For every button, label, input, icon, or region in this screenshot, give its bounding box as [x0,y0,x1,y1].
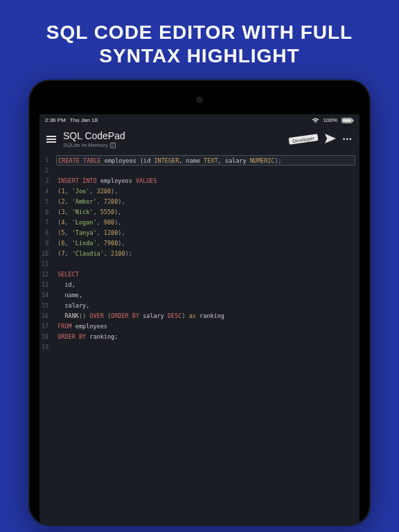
code-line[interactable]: (4, 'Logan', 900), [57,218,360,228]
code-line[interactable]: (2, 'Amber', 7200), [57,197,360,207]
tablet-frame: 2:36 PM Thu Jan 18 100% SQL CodePad S [30,81,369,524]
app-header: SQL CodePad SQLite In-Memory ⎘ Developer… [39,126,360,154]
svg-rect-2 [353,119,353,121]
code-line[interactable]: (5, 'Tanya', 1200), [57,228,360,238]
code-line[interactable]: salary, [57,301,360,311]
line-number: 12 [42,269,48,280]
code-line[interactable]: CREATE TABLE employees (id INTEGER, name… [56,155,355,166]
camera-dot [196,96,203,103]
app-title: SQL CodePad [63,130,282,141]
status-time: 2:36 PM [45,117,66,123]
battery-percent: 100% [323,117,337,123]
status-left: 2:36 PM Thu Jan 18 [45,117,98,123]
line-number: 7 [42,218,48,228]
line-number: 5 [42,197,48,207]
code-line[interactable]: (3, 'Nick', 5550), [57,207,360,218]
run-icon[interactable] [325,134,336,145]
line-number: 10 [42,249,48,259]
line-number: 11 [42,259,48,269]
line-number: 17 [42,321,48,332]
code-line[interactable]: id, [57,280,360,290]
code-line[interactable]: SELECT [57,269,360,280]
line-number: 9 [42,238,48,249]
subtitle-text: SQLite In-Memory [63,142,108,148]
line-number: 3 [42,176,48,186]
menu-icon[interactable] [46,136,56,143]
line-number: 15 [42,301,48,311]
code-line[interactable]: (7, 'Claudia', 2100); [57,249,360,259]
line-number: 1 [42,155,48,166]
developer-badge: Developer [289,134,319,145]
status-right: 100% [312,117,354,123]
more-icon[interactable]: ••• [343,136,353,143]
status-date: Thu Jan 18 [70,117,98,123]
line-gutter: 12345678910111213141516171819 [39,155,53,353]
svg-rect-1 [343,118,352,122]
code-line[interactable] [57,259,360,269]
line-number: 6 [42,207,48,218]
app-subtitle: SQLite In-Memory ⎘ [63,142,282,148]
line-number: 16 [42,311,48,321]
line-number: 8 [42,228,48,238]
db-icon: ⎘ [110,143,116,148]
code-lines[interactable]: CREATE TABLE employees (id INTEGER, name… [53,155,360,353]
code-editor[interactable]: 12345678910111213141516171819 CREATE TAB… [39,154,360,354]
line-number: 18 [42,332,48,342]
code-line[interactable] [57,342,360,353]
line-number: 13 [42,280,48,290]
line-number: 4 [42,186,48,197]
line-number: 19 [42,342,48,353]
wifi-icon [312,118,319,123]
code-line[interactable] [57,166,360,176]
line-number: 2 [42,166,48,176]
code-line[interactable]: (1, 'Joe', 3200), [57,186,360,197]
line-number: 14 [42,290,48,301]
code-line[interactable]: ORDER BY ranking; [57,332,360,342]
promo-title: SQL CODE EDITOR WITH FULL SYNTAX HIGHLIG… [0,0,399,81]
title-group: SQL CodePad SQLite In-Memory ⎘ [63,130,282,148]
status-bar: 2:36 PM Thu Jan 18 100% [39,114,360,126]
promo-line-2: SYNTAX HIGHLIGHT [14,44,385,68]
screen: 2:36 PM Thu Jan 18 100% SQL CodePad S [39,114,360,524]
promo-line-1: SQL CODE EDITOR WITH FULL [14,21,385,44]
code-line[interactable]: INSERT INTO employees VALUES [57,176,360,186]
code-line[interactable]: name, [57,290,360,301]
battery-icon [342,118,354,123]
code-line[interactable]: FROM employees [57,321,360,332]
code-line[interactable]: (6, 'Linda', 7900), [57,238,360,249]
code-line[interactable]: RANK() OVER (ORDER BY salary DESC) as ra… [57,311,360,321]
header-actions: Developer ••• [289,134,353,145]
